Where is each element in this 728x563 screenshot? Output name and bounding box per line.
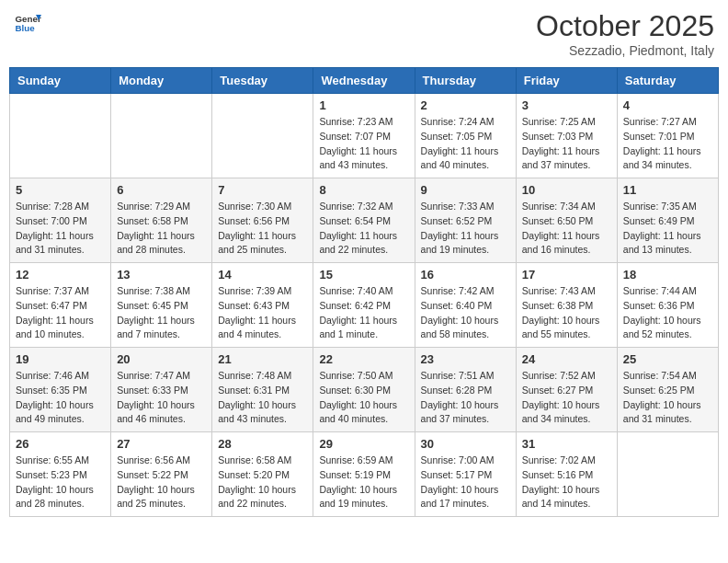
day-number: 3: [522, 98, 611, 112]
day-info: Sunrise: 7:48 AM Sunset: 6:31 PM Dayligh…: [218, 369, 307, 427]
col-header-sunday: Sunday: [10, 68, 111, 94]
calendar-cell: 15Sunrise: 7:40 AM Sunset: 6:42 PM Dayli…: [313, 263, 415, 348]
day-info: Sunrise: 7:40 AM Sunset: 6:42 PM Dayligh…: [319, 284, 408, 342]
calendar-cell: 3Sunrise: 7:25 AM Sunset: 7:03 PM Daylig…: [516, 94, 617, 178]
col-header-tuesday: Tuesday: [212, 68, 313, 94]
day-number: 7: [218, 183, 307, 197]
day-info: Sunrise: 7:37 AM Sunset: 6:47 PM Dayligh…: [16, 284, 105, 342]
day-number: 13: [117, 268, 206, 282]
calendar-cell: 8Sunrise: 7:32 AM Sunset: 6:54 PM Daylig…: [313, 178, 415, 263]
calendar-cell: [10, 94, 111, 178]
day-number: 2: [421, 98, 510, 112]
calendar-cell: 6Sunrise: 7:29 AM Sunset: 6:58 PM Daylig…: [111, 178, 212, 263]
day-number: 15: [319, 268, 408, 282]
day-number: 5: [16, 183, 105, 197]
svg-text:Blue: Blue: [16, 23, 36, 33]
day-number: 18: [623, 268, 712, 282]
day-info: Sunrise: 6:55 AM Sunset: 5:23 PM Dayligh…: [16, 454, 105, 511]
calendar-cell: 2Sunrise: 7:24 AM Sunset: 7:05 PM Daylig…: [415, 94, 516, 178]
day-number: 4: [623, 98, 712, 112]
day-number: 20: [117, 352, 206, 366]
calendar-cell: 24Sunrise: 7:52 AM Sunset: 6:27 PM Dayli…: [516, 348, 617, 432]
day-number: 28: [218, 437, 307, 451]
day-number: 23: [421, 352, 510, 366]
day-info: Sunrise: 7:43 AM Sunset: 6:38 PM Dayligh…: [522, 284, 611, 342]
calendar-cell: [212, 94, 313, 178]
calendar-cell: 13Sunrise: 7:38 AM Sunset: 6:45 PM Dayli…: [111, 263, 212, 348]
col-header-saturday: Saturday: [617, 68, 718, 94]
calendar-cell: 20Sunrise: 7:47 AM Sunset: 6:33 PM Dayli…: [111, 348, 212, 432]
day-number: 11: [623, 183, 712, 197]
day-info: Sunrise: 7:51 AM Sunset: 6:28 PM Dayligh…: [421, 369, 510, 427]
calendar-header-row: SundayMondayTuesdayWednesdayThursdayFrid…: [10, 68, 719, 94]
day-info: Sunrise: 7:34 AM Sunset: 6:50 PM Dayligh…: [522, 200, 611, 258]
calendar-cell: 23Sunrise: 7:51 AM Sunset: 6:28 PM Dayli…: [415, 348, 516, 432]
day-info: Sunrise: 7:46 AM Sunset: 6:35 PM Dayligh…: [16, 369, 105, 427]
calendar-cell: 27Sunrise: 6:56 AM Sunset: 5:22 PM Dayli…: [111, 432, 212, 517]
day-info: Sunrise: 7:54 AM Sunset: 6:25 PM Dayligh…: [623, 369, 712, 427]
calendar-cell: 7Sunrise: 7:30 AM Sunset: 6:56 PM Daylig…: [212, 178, 313, 263]
calendar-cell: 17Sunrise: 7:43 AM Sunset: 6:38 PM Dayli…: [516, 263, 617, 348]
day-number: 21: [218, 352, 307, 366]
calendar-table: SundayMondayTuesdayWednesdayThursdayFrid…: [9, 67, 719, 517]
day-info: Sunrise: 7:50 AM Sunset: 6:30 PM Dayligh…: [319, 369, 408, 427]
day-info: Sunrise: 6:56 AM Sunset: 5:22 PM Dayligh…: [117, 454, 206, 511]
day-info: Sunrise: 7:24 AM Sunset: 7:05 PM Dayligh…: [421, 115, 510, 173]
calendar-cell: 21Sunrise: 7:48 AM Sunset: 6:31 PM Dayli…: [212, 348, 313, 432]
calendar-cell: 10Sunrise: 7:34 AM Sunset: 6:50 PM Dayli…: [516, 178, 617, 263]
calendar-week-row: 12Sunrise: 7:37 AM Sunset: 6:47 PM Dayli…: [10, 263, 719, 348]
logo: General Blue: [14, 9, 43, 37]
day-number: 16: [421, 268, 510, 282]
calendar-cell: 1Sunrise: 7:23 AM Sunset: 7:07 PM Daylig…: [313, 94, 415, 178]
day-info: Sunrise: 7:38 AM Sunset: 6:45 PM Dayligh…: [117, 284, 206, 342]
day-info: Sunrise: 7:25 AM Sunset: 7:03 PM Dayligh…: [522, 115, 611, 173]
day-info: Sunrise: 7:29 AM Sunset: 6:58 PM Dayligh…: [117, 200, 206, 258]
calendar-cell: 25Sunrise: 7:54 AM Sunset: 6:25 PM Dayli…: [617, 348, 718, 432]
day-info: Sunrise: 7:47 AM Sunset: 6:33 PM Dayligh…: [117, 369, 206, 427]
day-info: Sunrise: 7:00 AM Sunset: 5:17 PM Dayligh…: [421, 454, 510, 511]
day-number: 10: [522, 183, 611, 197]
col-header-friday: Friday: [516, 68, 617, 94]
day-number: 22: [319, 352, 408, 366]
calendar-cell: 19Sunrise: 7:46 AM Sunset: 6:35 PM Dayli…: [10, 348, 111, 432]
day-number: 9: [421, 183, 510, 197]
calendar-cell: 30Sunrise: 7:00 AM Sunset: 5:17 PM Dayli…: [415, 432, 516, 517]
day-info: Sunrise: 7:33 AM Sunset: 6:52 PM Dayligh…: [421, 200, 510, 258]
page-header: General Blue October 2025 Sezzadio, Pied…: [9, 9, 719, 58]
day-number: 30: [421, 437, 510, 451]
calendar-cell: 28Sunrise: 6:58 AM Sunset: 5:20 PM Dayli…: [212, 432, 313, 517]
day-number: 1: [319, 98, 408, 112]
logo-icon: General Blue: [14, 9, 41, 37]
calendar-week-row: 5Sunrise: 7:28 AM Sunset: 7:00 PM Daylig…: [10, 178, 719, 263]
location: Sezzadio, Piedmont, Italy: [536, 43, 714, 58]
calendar-cell: 9Sunrise: 7:33 AM Sunset: 6:52 PM Daylig…: [415, 178, 516, 263]
day-number: 25: [623, 352, 712, 366]
col-header-monday: Monday: [111, 68, 212, 94]
day-info: Sunrise: 7:30 AM Sunset: 6:56 PM Dayligh…: [218, 200, 307, 258]
calendar-cell: 22Sunrise: 7:50 AM Sunset: 6:30 PM Dayli…: [313, 348, 415, 432]
day-info: Sunrise: 6:59 AM Sunset: 5:19 PM Dayligh…: [319, 454, 408, 511]
day-info: Sunrise: 7:27 AM Sunset: 7:01 PM Dayligh…: [623, 115, 712, 173]
col-header-wednesday: Wednesday: [313, 68, 415, 94]
day-number: 24: [522, 352, 611, 366]
calendar-cell: 26Sunrise: 6:55 AM Sunset: 5:23 PM Dayli…: [10, 432, 111, 517]
day-number: 19: [16, 352, 105, 366]
day-number: 27: [117, 437, 206, 451]
calendar-cell: 29Sunrise: 6:59 AM Sunset: 5:19 PM Dayli…: [313, 432, 415, 517]
day-info: Sunrise: 7:35 AM Sunset: 6:49 PM Dayligh…: [623, 200, 712, 258]
day-info: Sunrise: 7:52 AM Sunset: 6:27 PM Dayligh…: [522, 369, 611, 427]
day-number: 12: [16, 268, 105, 282]
day-number: 14: [218, 268, 307, 282]
calendar-cell: [617, 432, 718, 517]
day-info: Sunrise: 6:58 AM Sunset: 5:20 PM Dayligh…: [218, 454, 307, 511]
day-info: Sunrise: 7:02 AM Sunset: 5:16 PM Dayligh…: [522, 454, 611, 511]
day-number: 26: [16, 437, 105, 451]
day-number: 29: [319, 437, 408, 451]
day-info: Sunrise: 7:44 AM Sunset: 6:36 PM Dayligh…: [623, 284, 712, 342]
calendar-week-row: 19Sunrise: 7:46 AM Sunset: 6:35 PM Dayli…: [10, 348, 719, 432]
day-info: Sunrise: 7:32 AM Sunset: 6:54 PM Dayligh…: [319, 200, 408, 258]
col-header-thursday: Thursday: [415, 68, 516, 94]
day-info: Sunrise: 7:42 AM Sunset: 6:40 PM Dayligh…: [421, 284, 510, 342]
calendar-cell: 12Sunrise: 7:37 AM Sunset: 6:47 PM Dayli…: [10, 263, 111, 348]
day-number: 8: [319, 183, 408, 197]
